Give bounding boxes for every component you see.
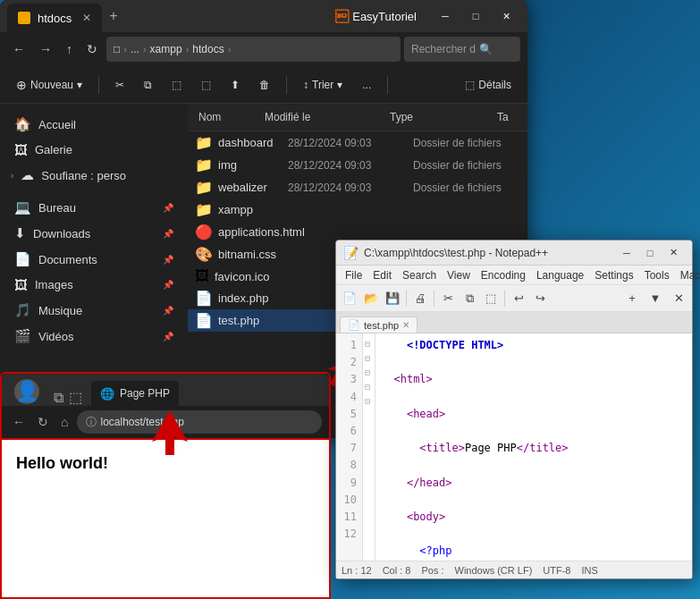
sidebar-item-soufiane[interactable]: › ☁ Soufiane : perso [4,163,184,188]
avatar: 👤 [14,379,39,404]
nouveau-btn[interactable]: ⊕ Nouveau ▾ [9,74,89,96]
file-name-label: img [218,158,237,172]
npp-tab-testphp[interactable]: 📄 test.php ✕ [340,316,417,333]
up-btn[interactable]: ↑ [61,38,78,60]
status-eol: Windows (CR LF) [455,565,533,576]
rename-btn[interactable]: ⬚ [194,75,218,95]
col-type-header: Type [386,107,493,127]
minimize-btn[interactable]: ─ [431,4,460,29]
file-row[interactable]: 📁 dashboard 28/12/2024 09:03 Dossier de … [188,131,527,154]
menu-encoding[interactable]: Encoding [476,267,531,283]
browser-tab[interactable]: 🌐 Page PHP [91,381,179,406]
folder-icon [18,12,30,24]
npp-minimize-btn[interactable]: ─ [615,243,638,263]
address-icon: □ [114,43,120,55]
sidebar-item-images[interactable]: 🖼 Images 📌 [4,273,184,297]
maximize-btn[interactable]: □ [461,4,490,29]
details-btn[interactable]: ⬚ Détails [458,75,519,95]
menu-tools[interactable]: Tools [639,267,675,283]
tool-cut[interactable]: ✂ [438,289,458,308]
sidebar-label-musique: Musique [38,304,82,317]
music-icon: 🎵 [14,302,31,318]
sidebar-label-documents: Documents [38,253,97,266]
address-dots: ... [131,43,139,55]
sidebar-item-musique[interactable]: 🎵 Musique 📌 [4,298,184,323]
code-editor[interactable]: <!DOCTYPE HTML> <html> <head> <title>Pag… [375,333,692,561]
file-row[interactable]: 📁 webalizer 28/12/2024 09:03 Dossier de … [188,176,527,198]
menu-settings[interactable]: Settings [589,267,638,283]
more-btn[interactable]: ... [355,75,378,95]
browser-refresh-btn[interactable]: ↻ [34,413,52,431]
npp-close-btn[interactable]: ✕ [662,243,685,263]
tool-open[interactable]: 📂 [361,289,381,308]
toolbar-sep-1 [98,76,99,94]
browser-back-btn[interactable]: ← [9,413,29,431]
menu-language[interactable]: Language [531,267,589,283]
tool-new[interactable]: 📄 [340,289,359,308]
tool-paste[interactable]: ⬚ [481,289,501,308]
tool-copy[interactable]: ⧉ [460,289,479,308]
share-btn[interactable]: ⬆ [223,75,247,95]
back-btn[interactable]: ← [7,38,30,60]
arrow-indicator [143,406,197,463]
forward-btn[interactable]: → [34,38,57,60]
file-type-icon: 📁 [195,201,213,218]
sidebar-label-galerie: Galerie [35,143,72,156]
file-type-icon: 📁 [195,134,213,151]
status-ln: Ln : 12 [342,565,372,576]
address-bar[interactable]: □ › ... › xampp › htdocs › [106,37,401,62]
paste-btn[interactable]: ⬚ [164,75,189,95]
sidebar-item-galerie[interactable]: 🖼 Galerie [4,138,184,162]
sort-icon: ↕ [303,79,308,91]
file-row[interactable]: 📁 img 28/12/2024 09:03 Dossier de fichie… [188,154,527,176]
tool-x[interactable]: ✕ [669,289,688,308]
notepad-toolbar: 📄 📂 💾 🖨 ✂ ⧉ ⬚ ↩ ↪ + ▼ ✕ [336,285,692,312]
notepad-menubar: File Edit Search View Encoding Language … [336,266,692,285]
tool-plus[interactable]: + [622,289,642,308]
delete-btn[interactable]: 🗑 [252,75,277,95]
menu-macro[interactable]: Macro [675,267,700,283]
close-btn[interactable]: ✕ [492,4,520,29]
details-icon: ⬚ [465,79,475,91]
file-type-icon: 🎨 [195,246,213,263]
file-name-label: test.php [218,314,259,327]
notepad-code-area[interactable]: 12345 678910 1112 ⊟⊟⊟ ⊟⊟ <!DOCTYPE HTML>… [336,333,692,561]
chevron-icon: › [11,171,13,181]
menu-file[interactable]: File [340,267,367,283]
menu-search[interactable]: Search [397,267,442,283]
tool-redo[interactable]: ↪ [530,289,550,308]
tab-browser-icon: 🌐 [100,387,114,401]
sort-btn[interactable]: ↕ Trier ▾ [296,75,350,95]
menu-view[interactable]: View [442,267,476,283]
tab-close-btn[interactable]: ✕ [82,12,91,24]
tool-save[interactable]: 💾 [383,289,402,308]
copy-tab-icon[interactable]: ⧉ [54,390,63,406]
file-row[interactable]: 📁 xampp [188,198,527,221]
split-icon[interactable]: ⬚ [69,389,82,406]
browser-home-btn[interactable]: ⌂ [57,413,72,431]
sidebar-item-videos[interactable]: 🎬 Vidéos 📌 [4,324,184,349]
tool-undo[interactable]: ↩ [509,289,528,308]
file-type-icon: 🔴 [195,224,213,240]
tool-down-arrow[interactable]: ▼ [645,289,665,308]
tool-print[interactable]: 🖨 [410,289,430,308]
npp-maximize-btn[interactable]: □ [638,243,662,263]
search-bar[interactable]: Rechercher d 🔍 [404,37,520,62]
sidebar-item-bureau[interactable]: 💻 Bureau 📌 [4,195,184,220]
sidebar-item-documents[interactable]: 📄 Documents 📌 [4,247,184,272]
browser-url-bar[interactable]: ⓘ localhost/test.php [77,410,322,434]
explorer-tab[interactable]: htdocs ✕ [7,4,102,32]
svg-marker-0 [152,410,188,455]
home-icon: 🏠 [14,116,31,132]
npp-tab-close-icon[interactable]: ✕ [402,320,409,330]
refresh-btn[interactable]: ↻ [81,38,103,60]
file-date-cell: 28/12/2024 09:03 [288,159,413,172]
menu-edit[interactable]: Edit [367,267,397,283]
copy-btn[interactable]: ⧉ [137,75,159,95]
cut-btn[interactable]: ✂ [108,75,131,95]
tab-add-btn[interactable]: + [109,8,117,24]
app-name: EasyTutoriel [352,10,417,23]
cloud-icon: ☁ [21,167,34,183]
sidebar-item-downloads[interactable]: ⬇ Downloads 📌 [4,221,184,246]
sidebar-item-accueil[interactable]: 🏠 Accueil [4,112,184,137]
